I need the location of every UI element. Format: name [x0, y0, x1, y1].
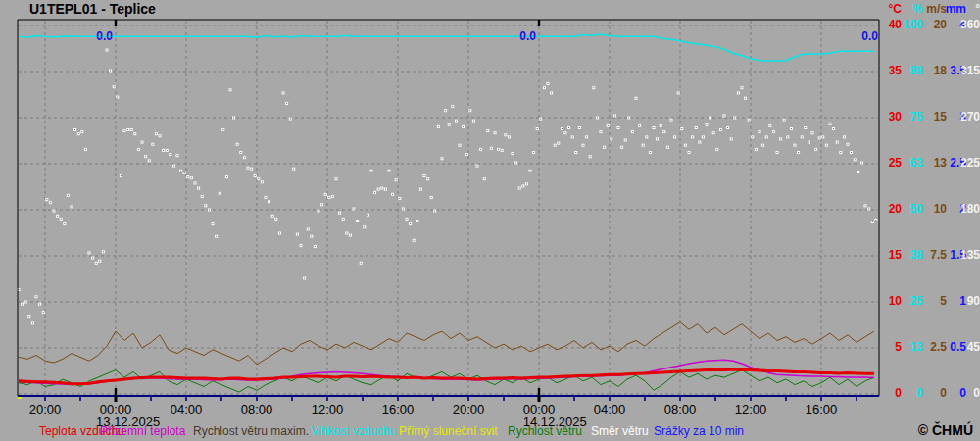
- wind-dir-point-core: [654, 127, 655, 128]
- wind-dir-point-core: [565, 132, 566, 133]
- wind-dir-point-core: [815, 149, 816, 150]
- wind-dir-point-core: [332, 196, 333, 197]
- wind-dir-point-core: [513, 153, 514, 154]
- meteogram-plot: [0, 0, 980, 441]
- wind-dir-point-core: [28, 316, 29, 317]
- axis-value: 270: [951, 110, 980, 123]
- wind-dir-point-core: [833, 128, 834, 129]
- wind-dir-point-core: [32, 322, 33, 323]
- wind-dir-point-core: [311, 236, 312, 237]
- wind-max-line: [19, 322, 874, 365]
- wind-dir-point-core: [191, 177, 192, 178]
- wind-dir-point-core: [650, 152, 651, 153]
- humidity-line: [19, 34, 874, 61]
- wind-dir-point-core: [290, 119, 291, 120]
- wind-dir-point-core: [187, 176, 188, 177]
- wind-dir-point-core: [699, 142, 700, 143]
- x-tick-label: 12:00: [312, 402, 344, 416]
- x-tick-label: 20:00: [453, 402, 485, 416]
- wind-dir-point-core: [495, 132, 496, 133]
- axis-value: 360: [951, 18, 980, 31]
- wind-dir-point-core: [636, 98, 637, 99]
- wind-dir-point-core: [78, 133, 79, 134]
- wind-dir-point-core: [198, 188, 199, 189]
- wind-dir-point-core: [667, 147, 668, 148]
- wind-dir-point-core: [68, 195, 69, 196]
- wind-dir-point-core: [868, 209, 869, 210]
- wind-dir-point-core: [727, 127, 728, 128]
- wind-dir-point-core: [703, 136, 704, 137]
- axis-unit-: °: [955, 2, 980, 16]
- wind-dir-point-core: [445, 110, 446, 111]
- wind-dir-point-core: [692, 136, 693, 137]
- wind-dir-point-core: [685, 145, 686, 146]
- wind-dir-point-core: [81, 131, 82, 132]
- wind-dir-point-core: [769, 125, 770, 126]
- wind-dir-point-core: [325, 194, 326, 195]
- wind-dir-point-core: [220, 193, 220, 194]
- wind-dir-point-core: [678, 92, 679, 93]
- wind-dir-point-core: [127, 129, 128, 130]
- wind-dir-point-core: [851, 152, 852, 153]
- wind-dir-point-core: [632, 131, 633, 132]
- wind-dir-point-core: [275, 219, 276, 220]
- wind-dir-point-core: [710, 118, 710, 119]
- wind-dir-point-core: [301, 245, 302, 246]
- wind-line: [19, 370, 874, 393]
- wind-dir-point-core: [145, 156, 146, 157]
- wind-dir-point-core: [57, 216, 58, 217]
- wind-dir-point-core: [773, 131, 774, 132]
- wind-dir-point-core: [530, 171, 531, 172]
- wind-dir-point-core: [399, 198, 400, 199]
- axis-value: 90: [951, 294, 980, 308]
- wind-dir-point-core: [438, 126, 439, 127]
- wind-dir-point-core: [502, 150, 503, 151]
- wind-dir-point-core: [163, 150, 164, 151]
- meteogram-screenshot: U1TEPL01 - Teplice °C%m/smm° 40353025201…: [0, 0, 980, 441]
- wind-dir-point-core: [749, 120, 750, 121]
- rain-total-label: 0.0: [519, 29, 536, 43]
- wind-dir-point-core: [85, 149, 86, 150]
- wind-dir-point-core: [354, 209, 355, 210]
- wind-dir-point-core: [844, 136, 845, 137]
- wind-dir-point-core: [195, 182, 196, 183]
- wind-dir-point-core: [202, 196, 203, 197]
- wind-dir-point-core: [237, 144, 238, 145]
- wind-dir-point-core: [420, 189, 421, 190]
- wind-dir-point-core: [328, 197, 329, 198]
- wind-dir-point-core: [19, 289, 20, 290]
- wind-dir-point-core: [734, 118, 735, 119]
- wind-dir-point-core: [255, 175, 256, 176]
- wind-dir-point-core: [152, 144, 153, 145]
- wind-dir-point-core: [251, 169, 252, 170]
- x-tick-label: 20:00: [29, 402, 62, 416]
- wind-dir-point-core: [855, 159, 856, 160]
- wind-dir-point-core: [663, 131, 664, 132]
- wind-dir-point-core: [442, 158, 443, 159]
- wind-dir-point-core: [54, 211, 55, 212]
- wind-dir-point-core: [434, 211, 435, 212]
- wind-dir-point-core: [410, 223, 411, 224]
- wind-dir-point-core: [385, 189, 386, 190]
- wind-dir-point-core: [110, 71, 111, 72]
- wind-dir-point-core: [460, 145, 461, 146]
- wind-dir-point-core: [689, 152, 690, 153]
- wind-dir-point-core: [604, 147, 605, 148]
- wind-dir-point-core: [848, 144, 849, 145]
- wind-dir-point-core: [357, 220, 358, 221]
- wind-dir-point-core: [724, 115, 725, 116]
- axis-value: 315: [951, 64, 980, 77]
- wind-dir-point-core: [308, 228, 309, 229]
- wind-dir-point-core: [92, 258, 93, 259]
- wind-dir-point-core: [812, 132, 813, 133]
- wind-dir-point-core: [875, 220, 876, 220]
- x-tick-label: 12:00: [735, 402, 767, 416]
- wind-dir-point-core: [537, 128, 538, 129]
- wind-dir-point-core: [780, 138, 781, 139]
- wind-dir-point-core: [216, 236, 217, 237]
- wind-dir-point-core: [505, 134, 506, 135]
- wind-dir-point-core: [374, 192, 375, 193]
- wind-dir-point-core: [766, 136, 767, 137]
- wind-dir-point-core: [226, 176, 227, 177]
- wind-dir-point-core: [487, 130, 488, 131]
